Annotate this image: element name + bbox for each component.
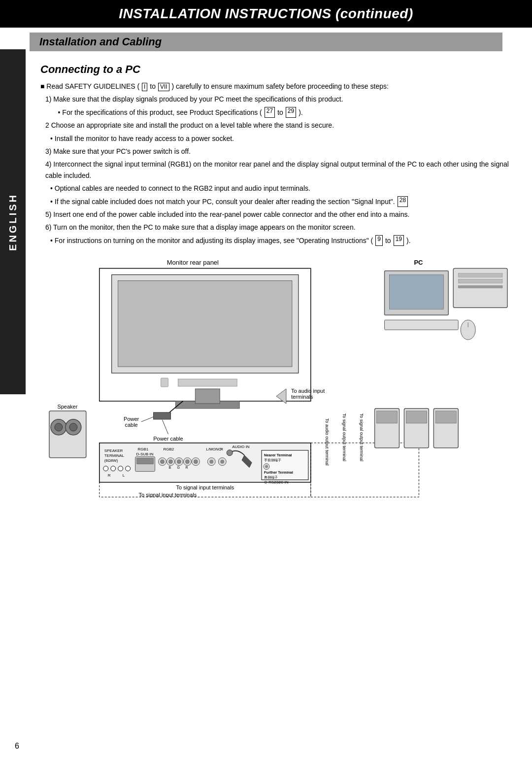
header-title: INSTALLATION INSTRUCTIONS (continued) [119, 6, 413, 21]
pc-slot [458, 285, 502, 288]
power-cable-label2: cable [125, 422, 137, 428]
keyboard [385, 320, 459, 330]
lmono-label: L/MONO [206, 447, 221, 451]
to-signal-input-terminals2: To signal input terminals [139, 492, 197, 498]
step2: 2 Choose an appropriate site and install… [45, 120, 512, 131]
diagram-area: Monitor rear panel PC Power cable Pow [40, 256, 512, 497]
pc-conn-pins-1 [377, 411, 398, 423]
further-terminal-kanji: 奥側端子 [264, 476, 278, 480]
rca5-inner [194, 460, 198, 464]
monitor-screen-inner [118, 280, 292, 367]
step4-bullet2: • If the signal cable included does not … [50, 196, 512, 207]
audio-in-label: AUDIO IN [232, 445, 250, 449]
step4-bullet1: • Optional cables are needed to connect … [50, 183, 512, 194]
dsub-pins [137, 458, 154, 464]
ref-27: 27 [265, 107, 275, 118]
r-color-label: R [185, 466, 188, 469]
monitor-buttons [178, 379, 237, 386]
monitor-button-left [161, 378, 168, 387]
ref-28: 28 [398, 196, 408, 207]
r-audio-label: R [220, 447, 223, 451]
step1-bullet: • For the specifications of this product… [50, 107, 512, 118]
monitor-rear-panel-label: Monitor rear panel [167, 259, 219, 267]
pc-drive2 [458, 279, 502, 283]
r-label: R [108, 473, 111, 478]
intro-paragraph: ■ Read SAFETY GUIDELINES ( I to VII ) ca… [40, 81, 512, 92]
speaker-ohm-label: (8Ω8W) [104, 458, 118, 463]
pc-conn-pins-3 [435, 411, 456, 423]
rgb1-label: RGB1 [138, 447, 149, 451]
spk-conn1 [103, 466, 108, 471]
to-audio-output-label: To audio output terminal [325, 418, 330, 466]
page-number: 6 [15, 742, 19, 751]
audio-plug-head [227, 450, 233, 456]
power-cable-conn-ptr [162, 420, 168, 434]
ref-19: 19 [394, 235, 404, 246]
connection-diagram: Monitor rear panel PC Power cable Pow [40, 256, 512, 497]
language-sidebar: ENGLISH [0, 49, 26, 394]
dsub-in-label: D-SUB IN [136, 452, 154, 456]
speaker-terminal-label: SPEAKER [104, 448, 123, 453]
connecting-title: Connecting to a PC [40, 63, 512, 76]
ref-I: I [142, 83, 147, 92]
nearer-terminal-kanji: 手前側端子 [264, 458, 281, 462]
step2-bullet: • Install the monitor to have ready acce… [50, 133, 512, 144]
rs232c-label: ⊙ RS232C IN [264, 480, 289, 484]
power-cable-connector-label: Power cable [153, 436, 183, 442]
spk-conn4 [126, 466, 131, 471]
audio-r-inner [220, 460, 224, 464]
to-signal-output-label: To signal output terminal [342, 413, 347, 461]
pc-drive1 [458, 274, 502, 277]
step6: 6) Turn on the monitor, then the PC to m… [45, 222, 512, 233]
spk-conn2 [111, 466, 116, 471]
speaker-woofer-inner [55, 423, 63, 431]
nearer-terminal-label: Nearer Terminal [264, 453, 292, 457]
pc-label: PC [414, 259, 423, 267]
to-signal-input-label: To signal input terminals [176, 484, 234, 490]
pc-screen [390, 275, 444, 310]
instructions-block: ■ Read SAFETY GUIDELINES ( I to VII ) ca… [40, 81, 512, 246]
l-label: L [123, 473, 125, 478]
page-header: INSTALLATION INSTRUCTIONS (continued) [0, 0, 532, 28]
further-terminal-label: Further Terminal [264, 470, 293, 475]
pc-conn-pins-2 [406, 411, 427, 423]
section-title: Installation and Cabling [30, 33, 502, 51]
speaker-tweeter-inner [69, 423, 77, 431]
ref-9: 9 [375, 235, 383, 246]
language-label: ENGLISH [7, 193, 19, 251]
step4: 4) Interconnect the signal input termina… [45, 159, 512, 181]
to-signal-output-label2: To signal output terminal [359, 413, 364, 461]
nearer-conn-inner [265, 465, 268, 468]
b-label: B [168, 466, 171, 469]
g-label: G [177, 466, 179, 469]
step5: 5) Insert one end of the power cable inc… [45, 209, 512, 220]
rca4-inner [185, 460, 189, 464]
rca2-inner [168, 460, 172, 464]
audio-input-label2: terminals [291, 394, 313, 400]
rca1-inner [160, 460, 164, 464]
speaker-label: Speaker [57, 404, 77, 410]
main-content: Connecting to a PC ■ Read SAFETY GUIDELI… [31, 51, 522, 502]
step3: 3) Make sure that your PC's power switch… [45, 146, 512, 157]
audio-input-label: To audio input [291, 388, 325, 394]
ref-VII: VII [158, 83, 169, 92]
step6-bullet: • For instructions on turning on the mon… [50, 235, 512, 246]
rgb2-label: RGB2 [163, 447, 174, 451]
ref-29: 29 [286, 107, 296, 118]
speaker-terminal-label2: TERMINAL [104, 453, 125, 458]
audio-l-inner [209, 460, 213, 464]
step1: 1) Make sure that the display signals pr… [45, 94, 512, 104]
monitor-stand-pole [195, 389, 220, 404]
power-cable-label: Power [124, 416, 139, 422]
power-cable-connector [154, 413, 171, 419]
rca3-inner [177, 460, 181, 464]
spk-conn3 [118, 466, 123, 471]
power-cable-pointer [141, 417, 154, 422]
